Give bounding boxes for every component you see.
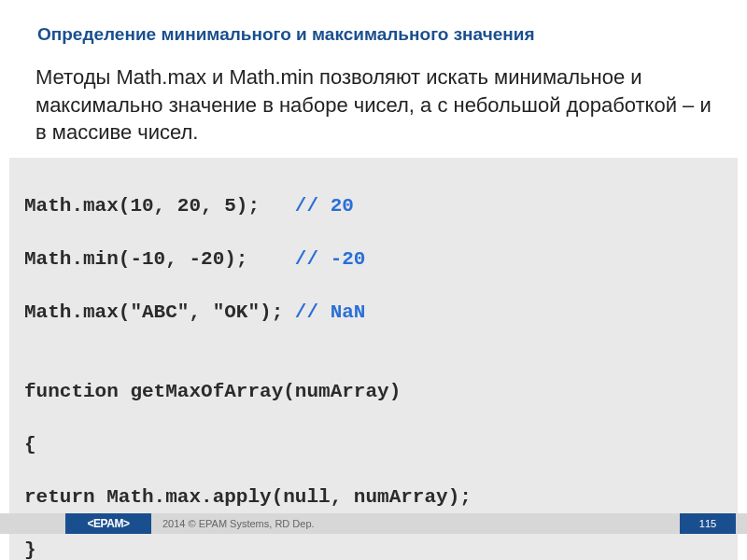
footer-spacer-left — [0, 513, 65, 534]
code-line: Math.max("ABC", "OK"); // NaN — [24, 300, 723, 326]
footer: <EPAM> 2014 © EPAM Systems, RD Dep. 115 — [0, 513, 747, 534]
slide-description: Методы Math.max и Math.min позволяют иск… — [0, 58, 747, 158]
code-line: } — [24, 538, 723, 560]
code-text: { — [24, 434, 36, 455]
code-line: Math.min(-10, -20); // -20 — [24, 246, 723, 273]
code-text: } — [24, 539, 36, 560]
footer-spacer-right — [736, 513, 747, 534]
code-text: Math.min(-10, -20); — [24, 248, 295, 270]
code-comment: // 20 — [295, 195, 354, 217]
slide-title: Определение минимального и максимального… — [0, 0, 747, 58]
page-number: 115 — [680, 513, 736, 534]
slide: Определение минимального и максимального… — [0, 0, 747, 560]
code-text: Math.max(10, 20, 5); — [24, 195, 295, 217]
code-comment: // -20 — [295, 248, 366, 270]
code-text: return Math.max.apply(null, numArray); — [24, 486, 472, 508]
code-line: Math.max(10, 20, 5); // 20 — [24, 193, 723, 219]
epam-logo: <EPAM> — [65, 513, 151, 534]
code-block: Math.max(10, 20, 5); // 20 Math.min(-10,… — [9, 158, 738, 560]
code-text: Math.max("ABC", "OK"); — [24, 301, 295, 323]
code-line: function getMaxOfArray(numArray) — [24, 379, 723, 405]
code-comment: // NaN — [295, 301, 366, 323]
code-text: function getMaxOfArray(numArray) — [24, 381, 401, 402]
code-line: return Math.max.apply(null, numArray); — [24, 484, 723, 511]
footer-copyright: 2014 © EPAM Systems, RD Dep. — [151, 513, 680, 534]
code-line: { — [24, 432, 723, 458]
